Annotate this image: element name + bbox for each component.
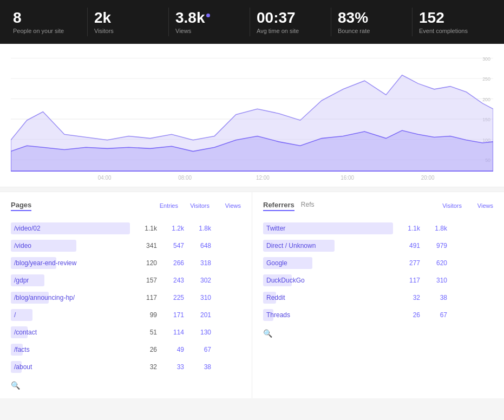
referrer-source: Reddit [263, 294, 289, 301]
stat-events-value: 152 [419, 10, 487, 27]
ref-views: 620 [420, 259, 447, 267]
page-views: 38 [184, 363, 211, 371]
pages-panel: Pages Entries Visitors Views /video/02 1… [0, 192, 252, 398]
page-path: /contact [11, 329, 40, 336]
page-path: /video [11, 242, 35, 250]
referrer-source: Threads [263, 311, 293, 319]
pages-col-entries: Entries [151, 202, 178, 209]
page-path: /video/02 [11, 225, 44, 232]
referrer-source: DuckDuckGo [263, 277, 308, 284]
table-row[interactable]: /blog/announcing-hp/ 117 225 310 [11, 289, 241, 306]
ref-visitors: 26 [393, 311, 420, 319]
list-item[interactable]: Threads 26 67 [263, 306, 493, 324]
svg-text:04:00: 04:00 [98, 174, 112, 180]
table-row[interactable]: /gdpr 157 243 302 [11, 272, 241, 289]
page-visitors: 547 [157, 242, 184, 250]
referrers-panel-header: Referrers Refs Visitors Views [263, 201, 493, 213]
table-row[interactable]: /facts 26 49 67 [11, 341, 241, 358]
referrers-search-icon[interactable]: 🔍 [263, 324, 493, 338]
ref-views: 1.8k [420, 225, 447, 232]
page-path: /blog/announcing-hp/ [11, 294, 78, 301]
chart-container: 300 250 200 150 100 50 04:00 08:00 12:00… [0, 44, 504, 187]
stat-bounce: 83% Bounce rate [331, 8, 413, 36]
page-views: 201 [184, 311, 211, 319]
svg-text:250: 250 [482, 76, 490, 82]
page-visitors: 171 [157, 311, 184, 319]
stat-events-label: Event completions [419, 28, 487, 34]
table-row[interactable]: /video/02 1.1k 1.2k 1.8k [11, 220, 241, 237]
ref-views: 979 [420, 242, 447, 250]
ref-visitors: 32 [393, 294, 420, 301]
page-path: /facts [11, 346, 33, 353]
stat-views-value: 3.8k [175, 10, 243, 27]
page-visitors: 225 [157, 294, 184, 301]
table-row[interactable]: /about 32 33 38 [11, 358, 241, 376]
referrers-tab[interactable]: Referrers [263, 201, 294, 211]
live-dot [206, 14, 210, 17]
svg-text:20:00: 20:00 [421, 174, 435, 180]
page-entries: 157 [130, 277, 157, 284]
table-row[interactable]: /video 341 547 648 [11, 237, 241, 254]
svg-text:300: 300 [482, 56, 490, 61]
page-views: 648 [184, 242, 211, 250]
page-entries: 117 [130, 294, 157, 301]
refs-tabs: Referrers Refs [263, 201, 315, 211]
page-views: 310 [184, 294, 211, 301]
pages-col-visitors: Visitors [182, 202, 210, 209]
page-views: 302 [184, 277, 211, 284]
pages-panel-header: Pages Entries Visitors Views [11, 201, 241, 213]
stat-avg-time-value: 00:37 [257, 10, 324, 27]
page-entries: 1.1k [130, 225, 157, 232]
referrer-source: Direct / Unknown [263, 242, 319, 250]
page-visitors: 1.2k [157, 225, 184, 232]
pages-columns: Entries Visitors Views [151, 202, 241, 209]
stat-people-label: People on your site [13, 28, 81, 34]
stat-bounce-label: Bounce rate [338, 28, 405, 34]
pages-search-icon[interactable]: 🔍 [11, 376, 241, 390]
stat-avg-time-label: Avg time on site [257, 28, 324, 34]
stat-bounce-value: 83% [338, 10, 405, 27]
ref-views: 67 [420, 311, 447, 319]
svg-text:16:00: 16:00 [341, 174, 354, 180]
stat-views-label: Views [175, 28, 243, 34]
page-path: /blog/year-end-review [11, 259, 80, 267]
ref-visitors: 277 [393, 259, 420, 267]
list-item[interactable]: Google 277 620 [263, 254, 493, 272]
list-item[interactable]: Direct / Unknown 491 979 [263, 237, 493, 254]
list-item[interactable]: Twitter 1.1k 1.8k [263, 220, 493, 237]
page-path: / [11, 311, 19, 319]
table-row[interactable]: / 99 171 201 [11, 306, 241, 324]
table-row[interactable]: /contact 51 114 130 [11, 324, 241, 341]
stat-people-value: 8 [13, 10, 81, 27]
page-visitors: 33 [157, 363, 184, 371]
page-views: 130 [184, 329, 211, 336]
page-path: /gdpr [11, 277, 32, 284]
stat-people: 8 People on your site [11, 8, 88, 36]
page-entries: 341 [130, 242, 157, 250]
referrer-source: Google [263, 259, 291, 267]
refs-tab[interactable]: Refs [301, 201, 315, 211]
stats-bar: 8 People on your site 2k Visitors 3.8k V… [0, 0, 504, 44]
referrers-columns: Visitors Views [435, 202, 493, 209]
referrers-panel: Referrers Refs Visitors Views Twitter 1.… [252, 192, 504, 398]
page-views: 67 [184, 346, 211, 353]
page-visitors: 114 [157, 329, 184, 336]
stat-visitors-value: 2k [94, 10, 162, 27]
page-visitors: 266 [157, 259, 184, 267]
svg-text:08:00: 08:00 [178, 174, 192, 180]
page-entries: 26 [130, 346, 157, 353]
pages-table: /video/02 1.1k 1.2k 1.8k /video 341 547 … [11, 220, 241, 376]
list-item[interactable]: DuckDuckGo 117 310 [263, 272, 493, 289]
table-row[interactable]: /blog/year-end-review 120 266 318 [11, 254, 241, 272]
refs-col-visitors: Visitors [435, 202, 462, 209]
ref-views: 38 [420, 294, 447, 301]
referrer-source: Twitter [263, 225, 289, 232]
list-item[interactable]: Reddit 32 38 [263, 289, 493, 306]
page-visitors: 49 [157, 346, 184, 353]
referrers-table: Twitter 1.1k 1.8k Direct / Unknown 491 9… [263, 220, 493, 324]
ref-visitors: 491 [393, 242, 420, 250]
stat-views: 3.8k Views [169, 8, 250, 36]
page-entries: 120 [130, 259, 157, 267]
line-chart: 300 250 200 150 100 50 04:00 08:00 12:00… [11, 52, 493, 182]
page-entries: 51 [130, 329, 157, 336]
